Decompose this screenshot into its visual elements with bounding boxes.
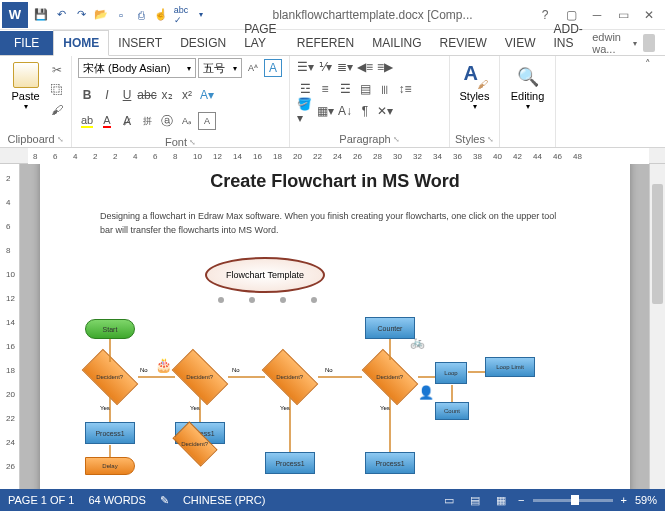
text-effects-icon[interactable]: A▾ (198, 86, 216, 104)
undo-icon[interactable]: ↶ (52, 6, 70, 24)
language-status[interactable]: CHINESE (PRC) (183, 494, 266, 506)
show-marks-icon[interactable]: ¶ (356, 102, 374, 120)
decision-shape: Decident? (362, 349, 419, 406)
open-icon[interactable]: 📂 (92, 6, 110, 24)
word-logo: W (2, 2, 28, 28)
qat-more-icon[interactable]: ▾ (192, 6, 210, 24)
shrink-font-icon[interactable]: Aₐ (178, 112, 196, 130)
print-icon[interactable]: ⎙ (132, 6, 150, 24)
font-group: 宋体 (Body Asian)▾ 五号▾ Aᴬ A B I U abc x₂ x… (72, 56, 290, 147)
decrease-indent-icon[interactable]: ◀≡ (356, 58, 374, 76)
file-tab[interactable]: FILE (0, 31, 53, 55)
increase-indent-icon[interactable]: ≡▶ (376, 58, 394, 76)
page[interactable]: Create Flowchart in MS Word Designing a … (40, 164, 630, 489)
review-tab[interactable]: REVIEW (431, 31, 496, 55)
decision-shape: Decident? (262, 349, 319, 406)
highlight-icon[interactable]: ab (78, 112, 96, 130)
align-right-icon[interactable]: ☲ (336, 80, 354, 98)
clear-format-icon[interactable]: A̷ (118, 112, 136, 130)
proofing-icon[interactable]: ✎ (160, 494, 169, 507)
counter-shape: Counter (365, 317, 415, 339)
zoom-level[interactable]: 59% (635, 494, 657, 506)
line-spacing-icon[interactable]: ↕≡ (396, 80, 414, 98)
print-layout-icon[interactable]: ▤ (466, 493, 484, 507)
editing-button[interactable]: 🔍 Editing▾ (507, 58, 549, 111)
multilevel-icon[interactable]: ≣▾ (336, 58, 354, 76)
word-count[interactable]: 64 WORDS (88, 494, 145, 506)
paste-icon (13, 62, 39, 88)
strike-button[interactable]: abc (138, 86, 156, 104)
distributed-icon[interactable]: ⫼ (376, 80, 394, 98)
paragraph-group: ☰▾ ⅟▾ ≣▾ ◀≡ ≡▶ ☲ ≡ ☲ ▤ ⫼ ↕≡ 🪣▾ ▦▾ A↓ ¶ ✕… (290, 56, 450, 147)
vertical-scrollbar[interactable] (649, 164, 665, 489)
format-painter-icon[interactable]: 🖌 (49, 102, 65, 118)
justify-icon[interactable]: ▤ (356, 80, 374, 98)
new-icon[interactable]: ▫ (112, 6, 130, 24)
save-icon[interactable]: 💾 (32, 6, 50, 24)
document-canvas: 2468101214161820222426 Create Flowchart … (0, 164, 665, 489)
mailings-tab[interactable]: MAILING (363, 31, 430, 55)
count-shape: Count (435, 402, 469, 420)
user-account[interactable]: edwin wa...▾ (592, 31, 665, 55)
home-tab[interactable]: HOME (53, 30, 109, 56)
zoom-in-icon[interactable]: + (621, 494, 627, 506)
bold-button[interactable]: B (78, 86, 96, 104)
subscript-button[interactable]: x₂ (158, 86, 176, 104)
align-center-icon[interactable]: ≡ (316, 80, 334, 98)
collapse-ribbon-icon[interactable]: ˄ (645, 58, 661, 71)
superscript-button[interactable]: x² (178, 86, 196, 104)
char-border-icon[interactable]: A (198, 112, 216, 130)
addins-tab[interactable]: ADD-INS (545, 17, 593, 55)
page-status[interactable]: PAGE 1 OF 1 (8, 494, 74, 506)
vertical-ruler[interactable]: 2468101214161820222426 (0, 164, 20, 489)
touch-icon[interactable]: ☝ (152, 6, 170, 24)
change-case-icon[interactable]: A (264, 59, 282, 77)
web-layout-icon[interactable]: ▦ (492, 493, 510, 507)
align-left-icon[interactable]: ☲ (296, 80, 314, 98)
process-shape: Process1 (265, 452, 315, 474)
zoom-slider[interactable] (533, 499, 613, 502)
quick-access-toolbar: 💾 ↶ ↷ 📂 ▫ ⎙ ☝ abc✓ ▾ (28, 6, 210, 24)
horizontal-ruler[interactable]: 8642246810121416182022242628303234363840… (0, 148, 665, 164)
enclose-icon[interactable]: ⓐ (158, 112, 176, 130)
cut-icon[interactable]: ✂ (49, 62, 65, 78)
phonetic-icon[interactable]: 拼 (138, 112, 156, 130)
decision-shape: Decident? (172, 349, 229, 406)
read-mode-icon[interactable]: ▭ (440, 493, 458, 507)
numbering-icon[interactable]: ⅟▾ (316, 58, 334, 76)
loop-shape: Loop (435, 362, 467, 384)
font-size-select[interactable]: 五号▾ (198, 58, 242, 78)
redo-icon[interactable]: ↷ (72, 6, 90, 24)
maximize-icon[interactable]: ▭ (613, 8, 633, 22)
italic-button[interactable]: I (98, 86, 116, 104)
asian-layout-icon[interactable]: ✕▾ (376, 102, 394, 120)
references-tab[interactable]: REFEREN (288, 31, 363, 55)
paste-button[interactable]: Paste ▾ (6, 58, 45, 111)
person-icon: 👤 (418, 385, 434, 400)
shading-icon[interactable]: 🪣▾ (296, 102, 314, 120)
flowchart-image: Flowchart Template Start Decident? Decid… (40, 257, 630, 477)
styles-button[interactable]: A🖌 Styles▾ (456, 58, 493, 111)
styles-group: A🖌 Styles▾ Styles⤡ (450, 56, 500, 147)
clipboard-group: Paste ▾ ✂ ⿻ 🖌 Clipboard⤡ (0, 56, 72, 147)
underline-button[interactable]: U (118, 86, 136, 104)
bullets-icon[interactable]: ☰▾ (296, 58, 314, 76)
borders-icon[interactable]: ▦▾ (316, 102, 334, 120)
font-name-select[interactable]: 宋体 (Body Asian)▾ (78, 58, 196, 78)
font-color-icon[interactable]: A (98, 112, 116, 130)
design-tab[interactable]: DESIGN (171, 31, 235, 55)
copy-icon[interactable]: ⿻ (49, 82, 65, 98)
avatar-icon (643, 34, 655, 52)
grow-font-icon[interactable]: Aᴬ (244, 59, 262, 77)
process-shape: Process1 (85, 422, 135, 444)
insert-tab[interactable]: INSERT (109, 31, 171, 55)
spell-icon[interactable]: abc✓ (172, 6, 190, 24)
sort-icon[interactable]: A↓ (336, 102, 354, 120)
editing-group: 🔍 Editing▾ (500, 56, 556, 147)
zoom-out-icon[interactable]: − (518, 494, 524, 506)
view-tab[interactable]: VIEW (496, 31, 545, 55)
bike-icon: 🚲 (410, 335, 425, 349)
close-icon[interactable]: ✕ (639, 8, 659, 22)
pagelayout-tab[interactable]: PAGE LAY (235, 17, 288, 55)
flowchart-title-shape: Flowchart Template (205, 257, 325, 293)
